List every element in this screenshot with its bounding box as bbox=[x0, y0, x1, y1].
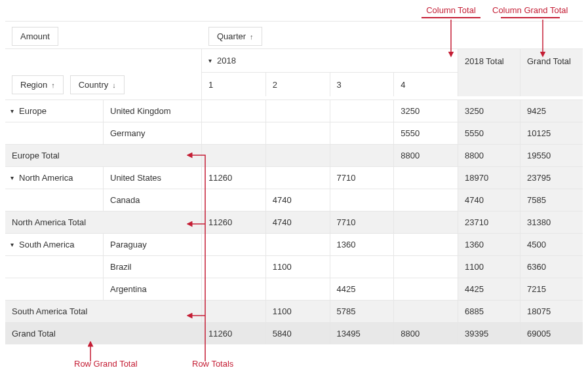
year-total-cell: 6885 bbox=[458, 301, 520, 322]
row-field-country-label: Country bbox=[79, 80, 109, 90]
region-cell[interactable]: ▾South America bbox=[5, 234, 104, 255]
chevron-down-icon: ▾ bbox=[10, 174, 14, 181]
column-header-area: Region ↑ Country ↓ ▾ 2018 2018 Total Gra… bbox=[5, 48, 583, 100]
year-total-cell: 23710 bbox=[458, 211, 520, 233]
data-cell: 4740 bbox=[266, 189, 330, 211]
region-cell bbox=[5, 189, 104, 211]
chevron-down-icon: ▾ bbox=[10, 107, 14, 115]
grand-total-cell: 31380 bbox=[520, 211, 583, 233]
data-cell: 5840 bbox=[266, 323, 330, 344]
data-cell bbox=[266, 278, 330, 300]
grand-total-cell: 9425 bbox=[520, 100, 583, 122]
data-cell: 11260 bbox=[202, 323, 266, 344]
data-cell bbox=[330, 100, 395, 122]
grand-total-cell: 69005 bbox=[520, 323, 583, 344]
annotation-bottom: Row Grand Total Row Totals bbox=[5, 347, 583, 380]
pivot-data-row: ▾North AmericaUnited States1126077101897… bbox=[5, 166, 583, 189]
pivot-total-row: North America Total112604740771023710313… bbox=[5, 211, 583, 233]
data-cell: 11260 bbox=[202, 211, 266, 233]
column-header-q3[interactable]: 3 bbox=[330, 73, 395, 96]
data-cell bbox=[330, 122, 395, 144]
data-cell: 4740 bbox=[266, 211, 330, 233]
annotation-column-total-label: Column Total bbox=[426, 5, 476, 15]
data-cell bbox=[202, 278, 266, 300]
region-cell[interactable]: ▾North America bbox=[5, 167, 104, 189]
annotation-row-totals-label: Row Totals bbox=[192, 359, 233, 369]
region-cell[interactable]: ▾Europe bbox=[5, 100, 104, 122]
row-field-country-button[interactable]: Country ↓ bbox=[70, 75, 125, 94]
data-cell bbox=[202, 256, 266, 278]
region-label: South America bbox=[19, 240, 75, 249]
data-cell: 8800 bbox=[394, 323, 458, 344]
data-cell bbox=[394, 167, 458, 189]
annotation-column-grand-total-label: Column Grand Total bbox=[492, 5, 568, 15]
data-cell bbox=[266, 100, 330, 122]
data-cell: 7710 bbox=[330, 211, 395, 233]
grand-total-cell: 19550 bbox=[520, 145, 583, 166]
grand-total-cell: 7215 bbox=[520, 278, 583, 300]
data-cell: 5785 bbox=[330, 301, 395, 322]
data-cell: 8800 bbox=[394, 145, 458, 166]
pivot-total-row: Europe Total8800880019550 bbox=[5, 144, 583, 166]
data-cell bbox=[202, 145, 266, 166]
column-header-q2[interactable]: 2 bbox=[266, 73, 330, 96]
region-label: Europe bbox=[19, 106, 47, 116]
year-total-cell: 4425 bbox=[458, 278, 520, 300]
grand-total-cell: 10125 bbox=[520, 122, 583, 144]
country-cell: United States bbox=[104, 167, 202, 189]
pivot-field-panel: Amount Quarter ↑ bbox=[5, 22, 583, 48]
pivot-data-row: Canada474047407585 bbox=[5, 189, 583, 211]
annotation-row-grand-total-label: Row Grand Total bbox=[74, 359, 138, 369]
pivot-data-row: ▾EuropeUnited Kingdom325032509425 bbox=[5, 100, 583, 122]
row-total-label: Europe Total bbox=[5, 145, 202, 166]
data-cell: 4425 bbox=[330, 278, 395, 300]
column-header-year-label: 2018 bbox=[217, 56, 236, 65]
country-cell: Brazil bbox=[104, 256, 202, 278]
column-header-q4[interactable]: 4 bbox=[394, 73, 458, 96]
annotation-top: Column Total Column Grand Total bbox=[5, 5, 583, 18]
column-header-quarters: 1 2 3 4 bbox=[202, 73, 583, 96]
column-header-grand-total-label: Grand Total bbox=[527, 56, 571, 66]
measure-field-label: Amount bbox=[20, 31, 50, 41]
pivot-data-row: Argentina442544257215 bbox=[5, 278, 583, 300]
sort-asc-icon: ↑ bbox=[250, 33, 254, 41]
column-header-year-total-label: 2018 Total bbox=[465, 56, 504, 66]
pivot-data-row: ▾South AmericaParaguay136013604500 bbox=[5, 233, 583, 255]
data-cell bbox=[394, 211, 458, 233]
column-field-button[interactable]: Quarter ↑ bbox=[208, 27, 262, 46]
row-field-region-button[interactable]: Region ↑ bbox=[12, 75, 64, 94]
column-header-q1[interactable]: 1 bbox=[202, 73, 266, 96]
year-total-cell: 3250 bbox=[458, 100, 520, 122]
chevron-down-icon: ▾ bbox=[208, 57, 212, 64]
sort-asc-icon: ↑ bbox=[51, 81, 55, 89]
grand-total-cell: 23795 bbox=[520, 167, 583, 189]
year-total-cell: 8800 bbox=[458, 145, 520, 166]
grand-total-cell: 7585 bbox=[520, 189, 583, 211]
data-cell bbox=[266, 167, 330, 189]
column-header-year[interactable]: ▾ 2018 bbox=[202, 49, 458, 73]
country-cell: Germany bbox=[104, 122, 202, 144]
pivot-grand-total-row: Grand Total1126058401349588003939569005 bbox=[5, 322, 583, 344]
data-cell bbox=[394, 256, 458, 278]
region-cell bbox=[5, 278, 104, 300]
data-cell bbox=[202, 301, 266, 322]
column-header-grand-total: Grand Total bbox=[520, 49, 583, 73]
column-field-label: Quarter bbox=[217, 31, 246, 41]
data-cell: 1100 bbox=[266, 256, 330, 278]
row-total-label: North America Total bbox=[5, 211, 202, 233]
year-total-cell: 1360 bbox=[458, 234, 520, 255]
country-cell: Argentina bbox=[104, 278, 202, 300]
data-cell: 7710 bbox=[330, 167, 395, 189]
data-cell: 1100 bbox=[266, 301, 330, 322]
grand-total-cell: 18075 bbox=[520, 301, 583, 322]
data-cell: 11260 bbox=[202, 167, 266, 189]
year-total-cell: 5550 bbox=[458, 122, 520, 144]
year-total-cell: 39395 bbox=[458, 323, 520, 344]
measure-field-button[interactable]: Amount bbox=[12, 27, 58, 46]
row-total-label: Grand Total bbox=[5, 323, 202, 344]
grand-total-cell: 6360 bbox=[520, 256, 583, 278]
grand-total-cell: 4500 bbox=[520, 234, 583, 255]
data-cell bbox=[202, 100, 266, 122]
data-cell bbox=[202, 122, 266, 144]
data-cell bbox=[266, 122, 330, 144]
